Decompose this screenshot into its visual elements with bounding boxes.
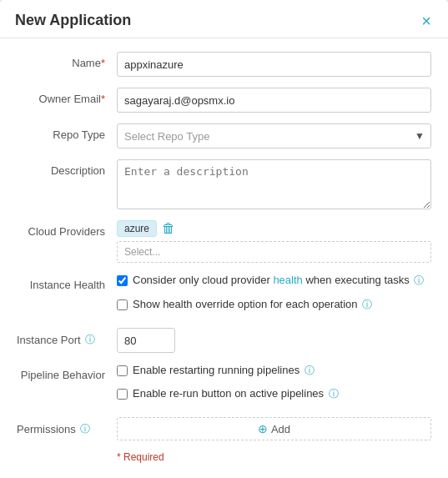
instance-port-label: Instance Port ⓘ bbox=[17, 328, 117, 347]
instance-health-checkbox1-label: Consider only cloud provider health when… bbox=[133, 274, 424, 288]
repo-type-select[interactable]: Select Repo Type bbox=[117, 123, 431, 148]
new-application-modal: New Application × Name* Owner Email* Rep… bbox=[0, 0, 448, 478]
name-row: Name* bbox=[17, 52, 431, 77]
repo-type-label: Repo Type bbox=[17, 123, 117, 141]
add-permissions-button[interactable]: ⊕ Add bbox=[117, 417, 431, 440]
instance-port-input[interactable] bbox=[117, 328, 175, 353]
info-icon-pipeline2[interactable]: ⓘ bbox=[329, 388, 339, 400]
name-input[interactable] bbox=[117, 52, 431, 77]
required-note: * Required bbox=[17, 451, 431, 463]
description-row: Description bbox=[17, 159, 431, 209]
tag-row: azure 🗑 bbox=[117, 220, 431, 237]
info-icon-2[interactable]: ⓘ bbox=[362, 299, 372, 310]
owner-email-label: Owner Email* bbox=[17, 88, 117, 105]
close-button[interactable]: × bbox=[420, 13, 433, 29]
cloud-providers-area: azure 🗑 Select... bbox=[117, 220, 431, 263]
description-input[interactable] bbox=[117, 159, 431, 209]
instance-health-checkbox1-row: Consider only cloud provider health when… bbox=[117, 274, 431, 288]
pipeline-checkbox1[interactable] bbox=[117, 365, 128, 376]
pipeline-checkbox2-row: Enable re-run button on active pipelines… bbox=[117, 387, 431, 401]
modal-title: New Application bbox=[15, 12, 131, 29]
instance-health-checkbox2-label: Show health override option for each ope… bbox=[133, 298, 372, 312]
name-label: Name* bbox=[17, 52, 117, 69]
info-icon-1[interactable]: ⓘ bbox=[414, 274, 424, 286]
pipeline-checkbox1-row: Enable restarting running pipelines ⓘ bbox=[117, 364, 431, 378]
repo-type-select-wrapper: Select Repo Type ▼ bbox=[117, 123, 431, 148]
azure-tag: azure bbox=[117, 220, 157, 237]
cloud-providers-row: Cloud Providers azure 🗑 Select... bbox=[17, 220, 431, 263]
pipeline-checkbox2-label: Enable re-run button on active pipelines… bbox=[133, 387, 339, 401]
permissions-area: ⊕ Add bbox=[117, 417, 431, 440]
cloud-providers-label: Cloud Providers bbox=[17, 220, 117, 238]
plus-icon: ⊕ bbox=[258, 422, 268, 435]
owner-email-input[interactable] bbox=[117, 88, 431, 113]
pipeline-checkbox2[interactable] bbox=[117, 389, 128, 400]
repo-type-row: Repo Type Select Repo Type ▼ bbox=[17, 123, 431, 148]
pipeline-behavior-area: Enable restarting running pipelines ⓘ En… bbox=[117, 364, 431, 406]
pipeline-behavior-row: Pipeline Behavior Enable restarting runn… bbox=[17, 364, 431, 406]
permissions-label: Permissions ⓘ bbox=[17, 417, 117, 436]
instance-health-checkbox2[interactable] bbox=[117, 299, 128, 310]
cloud-provider-select-input[interactable]: Select... bbox=[117, 241, 431, 263]
instance-port-row: Instance Port ⓘ bbox=[17, 328, 431, 353]
modal-body: Name* Owner Email* Repo Type Select Repo… bbox=[0, 38, 448, 471]
instance-health-label: Instance Health bbox=[17, 274, 117, 291]
delete-tag-button[interactable]: 🗑 bbox=[162, 222, 175, 235]
owner-email-row: Owner Email* bbox=[17, 88, 431, 113]
info-icon-port[interactable]: ⓘ bbox=[85, 333, 95, 347]
description-label: Description bbox=[17, 159, 117, 177]
instance-health-checkbox1[interactable] bbox=[117, 275, 128, 286]
instance-health-row: Instance Health Consider only cloud prov… bbox=[17, 274, 431, 317]
pipeline-behavior-label: Pipeline Behavior bbox=[17, 364, 117, 381]
info-icon-permissions[interactable]: ⓘ bbox=[80, 422, 90, 436]
modal-header: New Application × bbox=[0, 0, 448, 38]
info-icon-pipeline1[interactable]: ⓘ bbox=[305, 365, 315, 376]
instance-health-checkbox2-row: Show health override option for each ope… bbox=[117, 298, 431, 312]
permissions-row: Permissions ⓘ ⊕ Add bbox=[17, 417, 431, 440]
pipeline-checkbox1-label: Enable restarting running pipelines ⓘ bbox=[133, 364, 315, 378]
